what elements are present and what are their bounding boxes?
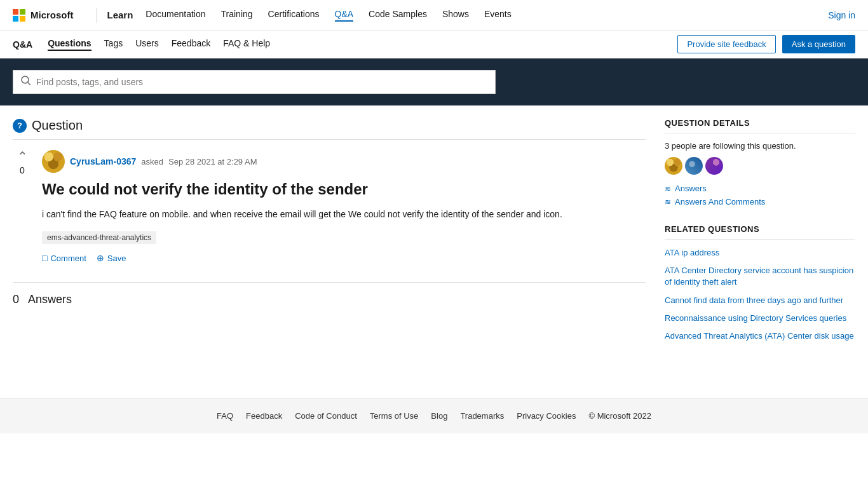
related-question-3[interactable]: Reconnaissance using Directory Services … — [665, 313, 855, 324]
nav-divider — [97, 8, 97, 23]
related-questions-section: RELATED QUESTIONS ATA ip address ATA Cen… — [665, 224, 855, 342]
question-details-section: QUESTION DETAILS 3 people are following … — [665, 118, 855, 207]
vote-count: 0 — [20, 165, 25, 175]
nav-certifications[interactable]: Certifications — [268, 9, 320, 22]
related-question-4[interactable]: Advanced Threat Analytics (ATA) Center d… — [665, 330, 855, 342]
follower-pattern-3 — [705, 157, 723, 175]
top-navigation: Microsoft Learn Documentation Training C… — [0, 0, 868, 30]
logo-blue — [13, 16, 18, 22]
microsoft-logo[interactable]: Microsoft — [13, 9, 74, 22]
footer-code-of-conduct[interactable]: Code of Conduct — [295, 411, 357, 421]
logo-yellow — [20, 16, 25, 22]
ms-logo-grid — [13, 9, 25, 22]
follower-avatars — [665, 157, 855, 175]
vote-up-button[interactable]: ⌃ — [17, 150, 28, 163]
footer-links: FAQ Feedback Code of Conduct Terms of Us… — [13, 411, 855, 421]
provide-feedback-button[interactable]: Provide site feedback — [677, 35, 775, 53]
username[interactable]: CyrusLam-0367 — [70, 156, 136, 166]
search-input[interactable] — [36, 77, 487, 87]
rss-icon-1: ≋ — [665, 184, 671, 193]
subscribe-answers-comments-label: Answers And Comments — [675, 197, 765, 207]
nav-events[interactable]: Events — [484, 9, 512, 22]
save-button[interactable]: ⊕ Save — [97, 253, 126, 263]
follower-avatar-2 — [685, 157, 703, 175]
secondary-navigation: Q&A Questions Tags Users Feedback FAQ & … — [0, 30, 868, 58]
footer-trademarks[interactable]: Trademarks — [460, 411, 504, 421]
question-actions: □ Comment ⊕ Save — [42, 253, 646, 263]
tags-container: ems-advanced-threat-analytics — [42, 231, 646, 244]
footer-terms-of-use[interactable]: Terms of Use — [370, 411, 419, 421]
footer-copyright: © Microsoft 2022 — [588, 411, 651, 421]
footer-faq[interactable]: FAQ — [217, 411, 233, 421]
question-heading-text: Question — [32, 118, 83, 133]
save-label: Save — [107, 254, 126, 263]
footer-feedback[interactable]: Feedback — [246, 411, 282, 421]
related-questions-title: RELATED QUESTIONS — [665, 224, 855, 240]
main-content: ? Question ⌃ 0 CyrusLam-0367 asked S — [0, 105, 868, 372]
question-tag[interactable]: ems-advanced-threat-analytics — [42, 231, 156, 244]
follower-pattern-2 — [685, 157, 703, 175]
logo-red — [13, 9, 18, 15]
secondary-nav-links: Questions Tags Users Feedback FAQ & Help — [48, 38, 270, 51]
learn-link[interactable]: Learn — [107, 10, 133, 20]
followers-text: 3 people are following this question. — [665, 141, 855, 151]
nav-shows[interactable]: Shows — [442, 9, 469, 22]
footer-privacy-cookies[interactable]: Privacy Cookies — [517, 411, 576, 421]
question-body: ⌃ 0 CyrusLam-0367 asked Sep 28 2021 at 2… — [13, 150, 646, 263]
related-question-1[interactable]: ATA Center Directory service account has… — [665, 265, 855, 288]
question-main: CyrusLam-0367 asked Sep 28 2021 at 2:29 … — [42, 150, 646, 263]
answers-heading: 0 Answers — [13, 293, 646, 306]
avatar — [42, 150, 65, 173]
footer-blog[interactable]: Blog — [431, 411, 447, 421]
comment-button[interactable]: □ Comment — [42, 253, 86, 263]
question-date: Sep 28 2021 at 2:29 AM — [168, 157, 257, 166]
footer: FAQ Feedback Code of Conduct Terms of Us… — [0, 398, 868, 433]
svg-line-1 — [28, 83, 31, 85]
search-bar — [0, 58, 868, 105]
nav-code-samples[interactable]: Code Samples — [369, 9, 427, 22]
rss-icon-2: ≋ — [665, 198, 671, 207]
question-icon: ? — [13, 119, 27, 133]
logo-green — [20, 9, 25, 15]
subscribe-answers-comments-link[interactable]: ≋ Answers And Comments — [665, 197, 855, 207]
related-questions-list: ATA ip address ATA Center Directory serv… — [665, 247, 855, 342]
answers-section: 0 Answers — [13, 282, 646, 306]
answers-label: Answers — [28, 293, 72, 306]
related-question-0[interactable]: ATA ip address — [665, 247, 855, 259]
asked-text: asked — [141, 157, 163, 166]
top-nav-links: Documentation Training Certifications Q&… — [146, 9, 828, 22]
question-text: i can't find the FAQ feature on mobile. … — [42, 208, 646, 221]
question-title: We could not verify the identity of the … — [42, 179, 646, 199]
nav-training[interactable]: Training — [221, 9, 253, 22]
qa-label: Q&A — [13, 39, 32, 50]
nav-tags[interactable]: Tags — [104, 38, 123, 51]
follower-avatar-1 — [665, 157, 682, 175]
comment-icon: □ — [42, 253, 47, 263]
follower-pattern-1 — [665, 157, 682, 175]
right-sidebar: QUESTION DETAILS 3 people are following … — [665, 118, 855, 360]
question-heading: ? Question — [13, 118, 646, 140]
avatar-pattern — [42, 150, 65, 173]
secondary-nav-actions: Provide site feedback Ask a question — [677, 35, 855, 53]
user-info: CyrusLam-0367 asked Sep 28 2021 at 2:29 … — [42, 150, 646, 173]
subscribe-answers-link[interactable]: ≋ Answers — [665, 184, 855, 193]
nav-questions[interactable]: Questions — [48, 38, 91, 51]
nav-faq-help[interactable]: FAQ & Help — [223, 38, 270, 51]
nav-users[interactable]: Users — [135, 38, 159, 51]
question-details-title: QUESTION DETAILS — [665, 118, 855, 133]
vote-section: ⌃ 0 — [13, 150, 32, 263]
search-icon — [21, 76, 31, 88]
search-input-wrap — [13, 70, 496, 94]
ask-question-button[interactable]: Ask a question — [782, 35, 855, 53]
signin-button[interactable]: Sign in — [828, 10, 855, 20]
nav-qa[interactable]: Q&A — [335, 9, 354, 22]
comment-label: Comment — [50, 254, 86, 263]
subscribe-answers-label: Answers — [675, 184, 707, 193]
nav-documentation[interactable]: Documentation — [146, 9, 205, 22]
left-content: ? Question ⌃ 0 CyrusLam-0367 asked S — [13, 118, 646, 360]
follower-avatar-3 — [705, 157, 723, 175]
nav-feedback[interactable]: Feedback — [172, 38, 210, 51]
save-icon: ⊕ — [97, 253, 104, 263]
related-question-2[interactable]: Cannot find data from three days ago and… — [665, 295, 855, 306]
microsoft-logo-text: Microsoft — [31, 10, 74, 20]
